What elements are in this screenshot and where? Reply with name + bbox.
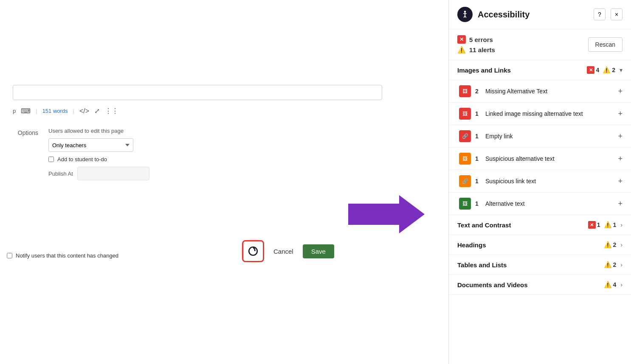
sub-action-missing-alt[interactable]: + bbox=[618, 87, 623, 96]
section-badges-images: ✕ 4 ⚠️ 2 bbox=[587, 66, 615, 74]
panel-header: Accessibility ? × bbox=[449, 0, 631, 29]
student-todo-label: Add to student to-do bbox=[57, 156, 107, 162]
chevron-tables: › bbox=[620, 261, 623, 268]
section-badges-text: ✕ 1 ⚠️ 1 bbox=[588, 221, 617, 229]
alerts-label: 11 alerts bbox=[469, 46, 495, 53]
sub-item-empty-link[interactable]: 🔗 1 Empty link + bbox=[449, 125, 631, 148]
error-count-row: ✕ 5 errors bbox=[457, 35, 588, 44]
section-badges-headings: ⚠️ 2 bbox=[604, 241, 617, 249]
svg-point-2 bbox=[464, 11, 466, 13]
section-headings[interactable]: Headings ⚠️ 2 › bbox=[449, 235, 631, 255]
word-count: 151 words bbox=[42, 108, 68, 114]
more-icon[interactable]: ⋮⋮ bbox=[105, 107, 118, 115]
notify-label: Notify users that this content has chang… bbox=[16, 252, 118, 259]
spinner-button[interactable] bbox=[242, 240, 264, 262]
sub-count-suspicious-alt: 1 bbox=[475, 155, 481, 162]
editor-status-bar: p ⌨ | 151 words | </> ⤢ ⋮⋮ bbox=[13, 107, 436, 115]
alert-badge-icon-headings: ⚠️ bbox=[604, 241, 612, 249]
publish-at-row: Publish At bbox=[48, 167, 149, 180]
badge-alert-tables: ⚠️ 2 bbox=[604, 261, 617, 269]
users-description: Users allowed to edit this page bbox=[48, 128, 149, 134]
section-documents-videos[interactable]: Documents and Videos ⚠️ 4 › bbox=[449, 275, 631, 295]
rescan-button[interactable]: Rescan bbox=[588, 37, 623, 52]
sub-action-empty-link[interactable]: + bbox=[618, 132, 623, 141]
panel-title: Accessibility bbox=[478, 10, 589, 20]
alert-count-tables: 2 bbox=[613, 261, 617, 268]
sub-label-suspicious-alt: Suspicious alternative text bbox=[485, 155, 614, 162]
badge-alert-documents: ⚠️ 4 bbox=[604, 281, 617, 288]
alert-count-row: ⚠️ 11 alerts bbox=[457, 45, 588, 54]
section-tables-lists[interactable]: Tables and Lists ⚠️ 2 › bbox=[449, 255, 631, 275]
section-title-headings: Headings bbox=[457, 241, 604, 249]
notify-checkbox[interactable] bbox=[7, 253, 12, 258]
error-count-text: 1 bbox=[597, 221, 600, 228]
options-content: Users allowed to edit this page Only tea… bbox=[48, 128, 149, 180]
edit-permission-select[interactable]: Only teachers Teachers and students Anyo… bbox=[48, 138, 133, 152]
sub-icon-empty-link: 🔗 bbox=[459, 130, 471, 142]
sub-icon-linked-img: 🖼 bbox=[459, 108, 471, 120]
alert-count-images: 2 bbox=[612, 67, 615, 73]
save-button[interactable]: Save bbox=[303, 244, 334, 258]
errors-label: 5 errors bbox=[469, 36, 493, 43]
section-text-contrast[interactable]: Text and Contrast ✕ 1 ⚠️ 1 › bbox=[449, 215, 631, 235]
section-images-and-links[interactable]: Images and Links ✕ 4 ⚠️ 2 ▾ bbox=[449, 60, 631, 80]
options-label: Options bbox=[13, 128, 38, 136]
sub-item-linked-img[interactable]: 🖼 1 Linked image missing alternative tex… bbox=[449, 103, 631, 125]
alert-badge-icon-documents: ⚠️ bbox=[604, 281, 612, 288]
panel-close-button[interactable]: × bbox=[611, 8, 623, 20]
sub-label-missing-alt: Missing Alternative Text bbox=[485, 88, 614, 95]
error-icon: ✕ bbox=[457, 35, 466, 44]
chevron-documents: › bbox=[620, 281, 623, 288]
cancel-button[interactable]: Cancel bbox=[269, 245, 298, 258]
sub-action-suspicious-alt[interactable]: + bbox=[618, 154, 623, 163]
sub-item-alt-text[interactable]: 🖼 1 Alternative text + bbox=[449, 193, 631, 215]
badge-alert-headings: ⚠️ 2 bbox=[604, 241, 617, 249]
sub-label-linked-img: Linked image missing alternative text bbox=[485, 110, 614, 117]
sub-item-suspicious-alt[interactable]: 🖼 1 Suspicious alternative text + bbox=[449, 148, 631, 170]
editor-icon-grid[interactable]: ⌨ bbox=[21, 107, 31, 115]
alert-count-headings: 2 bbox=[613, 241, 617, 248]
sub-count-alt-text: 1 bbox=[475, 200, 481, 207]
section-badges-documents: ⚠️ 4 bbox=[604, 281, 617, 288]
svg-point-1 bbox=[249, 247, 257, 255]
chevron-images: ▾ bbox=[620, 67, 623, 73]
panel-logo-icon bbox=[457, 7, 473, 22]
button-area: Cancel Save bbox=[242, 240, 334, 262]
element-tag: p bbox=[13, 108, 16, 114]
section-title-tables: Tables and Lists bbox=[457, 261, 604, 269]
section-title-documents: Documents and Videos bbox=[457, 281, 604, 288]
sub-item-suspicious-link[interactable]: 🔗 1 Suspicious link text + bbox=[449, 170, 631, 193]
alert-count-text: 1 bbox=[613, 221, 617, 228]
sub-label-suspicious-link: Suspicious link text bbox=[485, 178, 614, 185]
sub-action-suspicious-link[interactable]: + bbox=[618, 177, 623, 186]
sub-count-suspicious-link: 1 bbox=[475, 178, 481, 185]
sub-action-linked-img[interactable]: + bbox=[618, 109, 623, 118]
sub-label-alt-text: Alternative text bbox=[485, 200, 614, 207]
sub-icon-suspicious-link: 🔗 bbox=[459, 175, 471, 187]
sub-count-missing-alt: 2 bbox=[475, 88, 481, 95]
panel-summary: ✕ 5 errors ⚠️ 11 alerts Rescan bbox=[449, 29, 631, 60]
chevron-text: › bbox=[620, 221, 623, 228]
student-todo-checkbox[interactable] bbox=[48, 157, 54, 162]
sub-icon-suspicious-alt: 🖼 bbox=[459, 153, 471, 165]
title-input[interactable] bbox=[13, 85, 382, 100]
sub-action-alt-text[interactable]: + bbox=[618, 199, 623, 208]
error-count-images: 4 bbox=[596, 67, 599, 73]
notify-row: Notify users that this content has chang… bbox=[7, 252, 118, 259]
code-view-icon[interactable]: </> bbox=[79, 107, 89, 115]
publish-at-label: Publish At bbox=[48, 171, 73, 177]
section-title-text: Text and Contrast bbox=[457, 221, 588, 229]
expand-icon[interactable]: ⤢ bbox=[94, 107, 100, 115]
alert-badge-icon-text: ⚠️ bbox=[604, 221, 612, 229]
summary-counts: ✕ 5 errors ⚠️ 11 alerts bbox=[457, 35, 588, 54]
sub-item-missing-alt[interactable]: 🖼 2 Missing Alternative Text + bbox=[449, 80, 631, 103]
panel-help-button[interactable]: ? bbox=[594, 8, 606, 20]
badge-alert-text: ⚠️ 1 bbox=[604, 221, 617, 229]
publish-at-input[interactable] bbox=[77, 167, 149, 180]
sub-icon-missing-alt: 🖼 bbox=[459, 85, 471, 97]
sub-icon-alt-text: 🖼 bbox=[459, 198, 471, 210]
accessibility-panel: Accessibility ? × ✕ 5 errors ⚠️ 11 alert… bbox=[448, 0, 631, 364]
chevron-headings: › bbox=[620, 241, 623, 248]
options-section: Options Users allowed to edit this page … bbox=[13, 128, 436, 180]
error-badge-icon-text: ✕ bbox=[588, 221, 596, 229]
